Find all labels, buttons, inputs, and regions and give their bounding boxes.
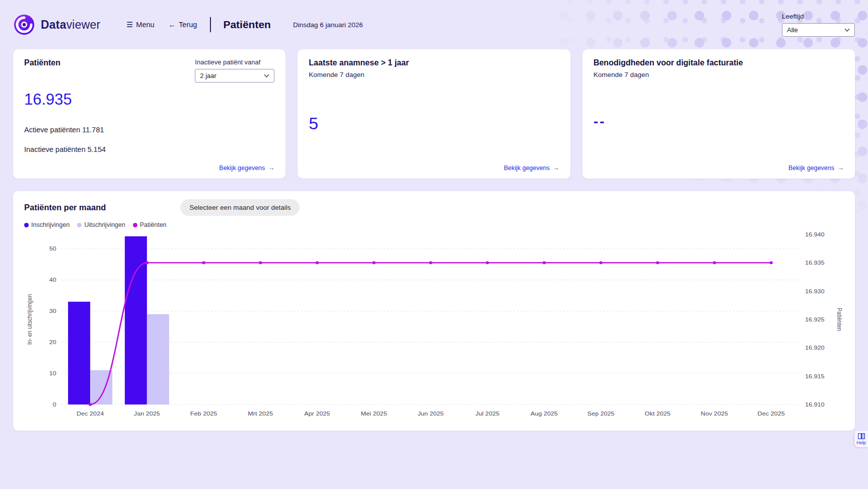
back-label: Terug xyxy=(179,21,197,29)
app-header: Dataviewer ☰ Menu ← Terug Patiënten Dins… xyxy=(0,0,868,49)
help-book-icon xyxy=(858,433,865,439)
patients-view-data-link[interactable]: Bekijk gegevens xyxy=(219,165,265,172)
anamnese-view-data-link[interactable]: Bekijk gegevens xyxy=(504,165,550,172)
arrow-right-icon: → xyxy=(837,164,844,172)
brand-light: viewer xyxy=(66,18,101,31)
legend-item-inschrijvingen[interactable]: Inschrijvingen xyxy=(24,221,69,228)
svg-text:Nov 2025: Nov 2025 xyxy=(701,411,728,417)
total-patients-value: 16.935 xyxy=(24,91,274,109)
inactive-patients-value: 5.154 xyxy=(88,145,106,153)
chevron-down-icon xyxy=(844,28,850,32)
age-filter: Leeftijd Alle xyxy=(782,13,855,37)
chart-title: Patiënten per maand xyxy=(24,203,106,212)
legend-item-uitschrijvingen[interactable]: Uitschrijvingen xyxy=(77,221,125,228)
help-button[interactable]: Help xyxy=(854,431,868,447)
brand-name: Dataviewer xyxy=(41,18,100,32)
legend-item-patiënten[interactable]: Patiënten xyxy=(133,221,167,228)
legend-label: Uitschrijvingen xyxy=(84,221,125,228)
inactive-patients-stat: Inactieve patiënten 5.154 xyxy=(24,145,274,153)
menu-label: Menu xyxy=(136,21,154,29)
age-filter-select[interactable]: Alle xyxy=(782,23,855,37)
billing-card-subtitle: Komende 7 dagen xyxy=(594,71,844,78)
svg-text:Jul 2025: Jul 2025 xyxy=(475,411,499,417)
age-filter-value: Alle xyxy=(787,26,798,34)
active-patients-label: Actieve patiënten xyxy=(24,126,80,134)
patients-card-title: Patiënten xyxy=(24,58,60,67)
legend-dot xyxy=(77,223,82,227)
brand: Dataviewer xyxy=(13,14,100,36)
svg-text:Mei 2025: Mei 2025 xyxy=(361,411,387,417)
svg-text:Okt 2025: Okt 2025 xyxy=(645,411,671,417)
patients-card: Patiënten Inactieve patiënt vanaf 2 jaar… xyxy=(13,49,285,179)
kpi-cards-row: Patiënten Inactieve patiënt vanaf 2 jaar… xyxy=(13,49,855,179)
svg-text:Dec 2025: Dec 2025 xyxy=(758,411,785,417)
billing-card-title: Benodigdheden voor digitale facturatie xyxy=(594,58,844,67)
hamburger-icon: ☰ xyxy=(126,21,133,29)
svg-text:Dec 2024: Dec 2024 xyxy=(77,411,104,417)
arrow-right-icon: → xyxy=(553,164,559,172)
header-date: Dinsdag 6 januari 2026 xyxy=(293,21,363,29)
chart-legend: InschrijvingenUitschrijvingenPatiënten xyxy=(24,221,844,228)
svg-text:10: 10 xyxy=(49,370,56,377)
svg-text:Apr 2025: Apr 2025 xyxy=(304,411,330,417)
svg-text:20: 20 xyxy=(49,339,56,346)
anamnese-card: Laatste anamnese > 1 jaar Komende 7 dage… xyxy=(298,49,570,179)
svg-text:0: 0 xyxy=(53,401,56,408)
inactive-patients-label: Inactieve patiënten xyxy=(24,145,86,153)
svg-text:In- en uitschrijvingen: In- en uitschrijvingen xyxy=(27,294,33,345)
anamnese-value: 5 xyxy=(309,114,559,133)
inactive-filter-value: 2 jaar xyxy=(200,72,216,79)
billing-view-data-link[interactable]: Bekijk gegevens xyxy=(788,165,834,172)
active-patients-stat: Actieve patiënten 11.781 xyxy=(24,126,274,134)
svg-text:16.910: 16.910 xyxy=(805,401,825,408)
back-button[interactable]: ← Terug xyxy=(169,21,197,29)
svg-text:16.940: 16.940 xyxy=(805,231,825,238)
anamnese-card-subtitle: Komende 7 dagen xyxy=(309,71,559,78)
svg-text:16.930: 16.930 xyxy=(805,288,825,294)
arrow-right-icon: → xyxy=(268,164,274,172)
legend-dot xyxy=(24,223,29,227)
active-patients-value: 11.781 xyxy=(82,126,104,134)
billing-card: Benodigdheden voor digitale facturatie K… xyxy=(583,49,855,179)
svg-text:16.915: 16.915 xyxy=(805,373,825,379)
svg-text:16.925: 16.925 xyxy=(805,316,825,323)
billing-value: -- xyxy=(594,114,844,130)
patients-per-month-card: Patiënten per maand Selecteer een maand … xyxy=(13,191,855,431)
svg-text:16.920: 16.920 xyxy=(805,345,825,351)
chart-hint-pill: Selecteer een maand voor details xyxy=(180,199,300,216)
svg-text:Jan 2025: Jan 2025 xyxy=(134,411,160,417)
legend-label: Patiënten xyxy=(140,221,167,228)
svg-text:30: 30 xyxy=(49,308,56,314)
page-title: Patiënten xyxy=(223,19,271,31)
inactive-patient-filter: Inactieve patiënt vanaf 2 jaar xyxy=(195,58,274,83)
inactive-filter-select[interactable]: 2 jaar xyxy=(195,69,274,83)
brand-bold: Data xyxy=(41,18,66,31)
header-divider xyxy=(210,17,211,32)
legend-dot xyxy=(133,223,137,227)
legend-label: Inschrijvingen xyxy=(31,221,69,228)
anamnese-card-title: Laatste anamnese > 1 jaar xyxy=(309,58,559,67)
svg-text:40: 40 xyxy=(49,277,56,283)
svg-text:50: 50 xyxy=(49,246,56,252)
svg-text:Sep 2025: Sep 2025 xyxy=(587,411,614,417)
svg-text:Jun 2025: Jun 2025 xyxy=(417,411,444,417)
dataviewer-logo-icon xyxy=(13,14,35,36)
svg-text:16.935: 16.935 xyxy=(805,260,825,266)
back-arrow-icon: ← xyxy=(169,21,176,29)
svg-text:Aug 2025: Aug 2025 xyxy=(531,411,558,417)
svg-text:Patiënten: Patiënten xyxy=(836,308,843,331)
patients-per-month-chart[interactable]: 0102030405016.91016.91516.92016.92516.93… xyxy=(24,230,844,420)
help-label: Help xyxy=(856,440,866,445)
age-filter-label: Leeftijd xyxy=(782,13,855,20)
svg-text:Feb 2025: Feb 2025 xyxy=(190,411,218,417)
chevron-down-icon xyxy=(264,74,269,77)
menu-button[interactable]: ☰ Menu xyxy=(126,21,154,29)
inactive-filter-label: Inactieve patiënt vanaf xyxy=(195,58,274,66)
svg-text:Mrt 2025: Mrt 2025 xyxy=(248,411,273,417)
